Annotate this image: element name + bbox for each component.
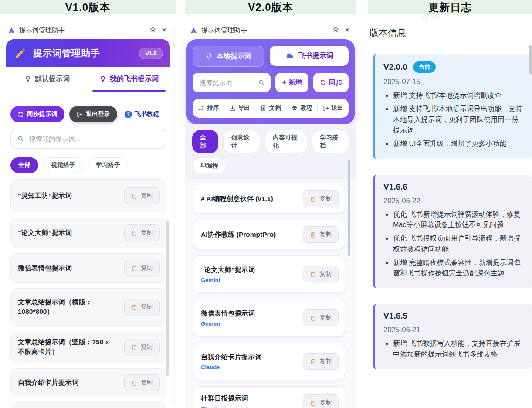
- clipboard-icon: [310, 400, 316, 406]
- list-item[interactable]: 自我介绍卡片提示词 Claude 复制: [193, 343, 345, 380]
- filter-chip-creative[interactable]: 创意设计: [223, 130, 260, 153]
- clipboard-icon: [131, 380, 138, 386]
- changelog-heading: 版本信息: [368, 23, 532, 39]
- copy-label: 复制: [141, 343, 153, 351]
- copy-button[interactable]: 复制: [124, 339, 160, 355]
- v1-prompt-list: “灵知工坊”提示词 复制 “论文大师”提示词 复制 微信表情包提示词 复制 文章…: [10, 179, 166, 408]
- prompt-title: 文章总结提示词（横版：1080*800）: [18, 297, 112, 317]
- list-item[interactable]: 微信表情包提示词 复制: [10, 253, 166, 283]
- copy-button[interactable]: 复制: [303, 394, 339, 408]
- filter-chip-study[interactable]: 学习搭档: [312, 130, 349, 153]
- clipboard-icon: [131, 265, 138, 272]
- v2-window-title: 提示词管理助手: [201, 26, 247, 34]
- tab-feishu-prompts[interactable]: 飞书提示词: [270, 46, 349, 66]
- copy-button[interactable]: 复制: [124, 187, 160, 204]
- clipboard-icon: [131, 193, 138, 199]
- copy-button[interactable]: 复制: [303, 190, 339, 207]
- logout-button[interactable]: 退出登录: [69, 106, 117, 122]
- exit-button[interactable]: 退出: [320, 104, 346, 112]
- list-item[interactable]: “论文大师”提示词 Gemini 复制: [193, 255, 345, 293]
- tab-feishu-label: 飞书提示词: [298, 51, 333, 61]
- toolbar-divider: [317, 104, 318, 112]
- v1-action-row: 同步提示词 退出登录 ? 飞书教程: [3, 91, 173, 122]
- tab-my-feishu-prompts[interactable]: 我的飞书提示词: [88, 67, 170, 91]
- clipboard-icon: [310, 271, 316, 278]
- clipboard-icon: [310, 315, 316, 321]
- sync-button[interactable]: 同步: [313, 73, 349, 92]
- copy-button[interactable]: 复制: [124, 374, 160, 391]
- prompt-title: AI协作教练 (PromptPro): [201, 231, 276, 238]
- sort-button[interactable]: 排序: [196, 104, 222, 112]
- tab-local-prompts[interactable]: 本地提示词: [193, 46, 264, 67]
- filter-chip-all[interactable]: 全部: [10, 157, 38, 173]
- release-date: 2025-07-15: [383, 78, 524, 86]
- docs-button[interactable]: 文档: [258, 104, 284, 112]
- docs-label: 文档: [269, 104, 281, 112]
- plus-icon: +: [282, 78, 286, 87]
- release-note: 新增 飞书数据写入功能，支持直接在扩展中添加新的提示词到飞书多维表格: [393, 338, 524, 360]
- prompt-title: 社群日报提示词: [201, 394, 248, 402]
- unpin-icon[interactable]: [149, 26, 156, 34]
- close-icon[interactable]: ✕: [160, 26, 168, 34]
- release-note: 优化 飞书新增提示词弹窗滚动体验，修复Mac等小屏幕设备上按钮不可见问题: [393, 209, 524, 231]
- page-scrollbar-thumb[interactable]: [529, 45, 532, 74]
- bulb-icon: [24, 75, 31, 82]
- list-item[interactable]: 微信表情包提示词 Gemini 复制: [193, 299, 345, 337]
- list-item[interactable]: # AI编程创意伙伴 (v1.1) 复制: [193, 184, 345, 214]
- copy-button[interactable]: 复制: [303, 309, 339, 326]
- tab-default-prompts[interactable]: 默认提示词: [6, 67, 88, 91]
- v1-tabs: 默认提示词 我的飞书提示词: [6, 67, 170, 91]
- list-item[interactable]: 社群日报提示词 Claude 复制: [193, 386, 345, 408]
- tutorial-button[interactable]: 教程: [288, 104, 315, 112]
- unpin-icon[interactable]: [332, 26, 339, 34]
- v2-scrollbar-thumb[interactable]: [348, 160, 350, 256]
- download-icon: [229, 105, 236, 112]
- list-item[interactable]: 自我介绍卡片提示词 复制: [10, 368, 166, 397]
- v1-search-input[interactable]: [28, 135, 160, 143]
- divider: [368, 45, 532, 45]
- list-item[interactable]: 文章总结提示词（竖版：750 x 不限高卡片） 复制: [10, 331, 166, 363]
- v1-scrollbar-thumb[interactable]: [166, 221, 169, 376]
- list-item[interactable]: “灵知工坊”提示词 复制: [10, 179, 166, 212]
- list-item[interactable]: 文章总结提示词（横版：1080*800） 复制: [10, 288, 166, 326]
- clipboard-icon: [131, 344, 138, 350]
- feishu-tutorial-link[interactable]: ? 飞书教程: [125, 110, 159, 118]
- list-item[interactable]: AI协作教练 (PromptPro) 复制: [193, 220, 345, 249]
- filter-chip-visualization[interactable]: 内容可视化: [265, 130, 307, 153]
- changelog-card-v1-6-6: V1.6.6 2025-06-22 优化 飞书新增提示词弹窗滚动体验，修复Mac…: [373, 175, 532, 289]
- filter-chip-visual[interactable]: 视觉搭子: [43, 157, 83, 173]
- filter-chip-all[interactable]: 全部: [192, 130, 218, 153]
- v2-tabs: 本地提示词 飞书提示词: [193, 46, 349, 67]
- v2-prompt-list: # AI编程创意伙伴 (v1.1) 复制 AI协作教练 (PromptPro) …: [185, 179, 356, 408]
- v1-app-title: 提示词管理助手: [33, 47, 134, 59]
- copy-button[interactable]: 复制: [303, 226, 339, 243]
- copy-button[interactable]: 复制: [124, 224, 160, 241]
- changelog-card-v1-6-5: V1.6.5 2025-06-21 新增 飞书数据写入功能，支持直接在扩展中添加…: [373, 304, 532, 369]
- sync-prompts-button[interactable]: 同步提示词: [10, 106, 64, 122]
- v1-titlebar: 提示词管理助手 ✕: [3, 23, 173, 37]
- clipboard-icon: [310, 231, 316, 238]
- tab-local-label: 本地提示词: [217, 52, 251, 61]
- close-icon[interactable]: ✕: [343, 26, 351, 34]
- exit-label: 退出: [332, 104, 343, 112]
- export-button[interactable]: 导出: [227, 104, 253, 112]
- filter-chip-ai-coding[interactable]: AI编程: [192, 158, 226, 173]
- logout-icon: [76, 111, 83, 118]
- sync-label: 同步: [329, 78, 342, 87]
- list-item[interactable]: “论文大师”提示词 复制: [10, 218, 166, 248]
- copy-label: 复制: [319, 270, 332, 278]
- version-number: V2.0.0: [383, 62, 407, 72]
- copy-button[interactable]: 复制: [124, 260, 160, 276]
- v2-search-input[interactable]: [199, 78, 254, 87]
- column-header-v2: V2.0版本: [185, 0, 356, 14]
- copy-label: 复制: [141, 264, 153, 272]
- copy-button[interactable]: 复制: [303, 266, 339, 282]
- copy-button[interactable]: 复制: [124, 299, 160, 315]
- copy-label: 复制: [141, 192, 153, 200]
- copy-label: 复制: [319, 357, 332, 365]
- add-button[interactable]: + 新增: [275, 73, 308, 92]
- filter-chip-study[interactable]: 学习搭子: [88, 157, 128, 173]
- copy-button[interactable]: 复制: [303, 353, 339, 370]
- copy-label: 复制: [319, 399, 332, 407]
- sync-prompts-label: 同步提示词: [27, 110, 58, 118]
